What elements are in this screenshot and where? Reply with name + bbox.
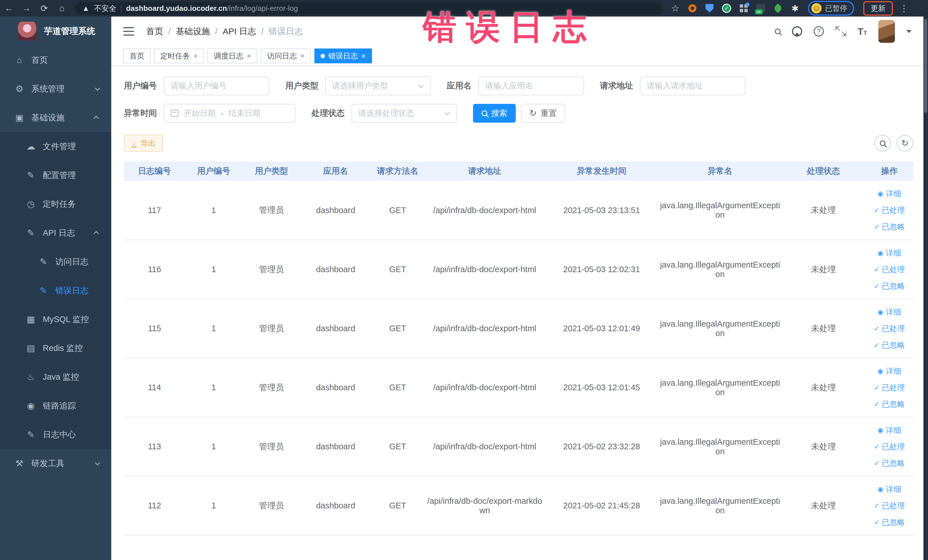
app-title: 芋道管理系统 [44,25,95,37]
sidebar-toggle-icon[interactable] [123,27,134,36]
sidebar-item-home[interactable]: ⌂ 首页 [0,46,111,75]
tab-scheduled-task[interactable]: 定时任务 × [154,49,204,63]
action-ignored-link[interactable]: ✓已忽略 [865,514,913,531]
action-detail-link[interactable]: ◉详细 [865,304,913,320]
app-name-input[interactable]: 请输入应用名 [478,76,584,95]
action-ignored-link[interactable]: ✓已忽略 [865,455,913,471]
search-button[interactable]: 搜索 [473,104,516,123]
breadcrumb-item[interactable]: 首页 [146,26,163,37]
date-range-input[interactable]: 开始日期 - 结束日期 [164,104,296,123]
action-ignored-link[interactable]: ✓已忽略 [865,337,913,354]
url-bar[interactable]: ▲ 不安全 dashboard.yudao.iocoder.cn/infra/l… [75,2,662,15]
browser-menu-icon[interactable]: ⋮ [900,3,908,14]
toggle-search-button[interactable] [875,135,891,151]
sidebar-item-java-monitor[interactable]: ♨ Java 监控 [0,363,111,391]
breadcrumb-item[interactable]: 基础设施 [176,26,210,37]
github-icon[interactable] [792,26,802,37]
action-label: 详细 [886,422,901,438]
font-size-icon[interactable]: TT [858,26,867,37]
action-detail-link[interactable]: ◉详细 [865,185,913,202]
back-icon[interactable]: ← [0,3,18,14]
sidebar-item-devtools[interactable]: ⚒ 研发工具 [0,449,111,478]
action-detail-link[interactable]: ◉详细 [865,363,913,379]
cell-method: GET [371,476,425,535]
browser-update-button[interactable]: 更新 [863,1,893,16]
sidebar-item-trace[interactable]: ◉ 链路追踪 [0,391,111,420]
tab-access-log[interactable]: 访问日志 × [261,49,311,63]
tab-schedule-log[interactable]: 调度日志 × [208,49,257,63]
reset-button[interactable]: ↻ 重置 [521,104,565,123]
table-toolbar: ↓ 导出 ↻ [124,135,913,152]
on-badge-extension-icon[interactable]: on [754,2,768,15]
action-detail-link[interactable]: ◉详细 [865,422,913,438]
sidebar-item-log-center[interactable]: ✎ 日志中心 [0,420,111,449]
action-ignored-link[interactable]: ✓已忽略 [865,396,913,412]
home-icon-browser[interactable]: ⌂ [53,3,71,14]
avatar[interactable] [878,20,895,43]
user-type-select[interactable]: 请选择用户类型 [325,76,431,95]
leaf-extension-icon[interactable] [771,2,785,15]
app-logo-row[interactable]: 芋道管理系统 [0,17,111,46]
sidebar-item-mysql-monitor[interactable]: ▦ MySQL 监控 [0,305,111,334]
action-detail-link[interactable]: ◉详细 [865,481,913,497]
cell-app-name: dashboard [301,417,371,476]
avatar-caret-icon[interactable] [906,30,911,33]
scrollbar[interactable] [923,17,928,560]
sidebar-item-error-log[interactable]: ✎ 错误日志 [0,276,111,305]
sidebar-item-access-log[interactable]: ✎ 访问日志 [0,247,111,276]
status-select[interactable]: 请选择处理状态 [351,104,457,123]
action-ignored-link[interactable]: ✓已忽略 [865,218,913,235]
col-log-id: 日志编号 [124,162,185,181]
search-icon[interactable] [775,29,780,34]
cell-url: /api/infra/db-doc/export-html [425,299,545,358]
top-navbar: 首页 / 基础设施 / API 日志 / 错误日志 ? ⇱⇲ TT [111,17,923,46]
action-processed-link[interactable]: ✓已处理 [865,438,913,455]
bookmark-star-icon[interactable]: ☆ [669,2,682,15]
user-id-input[interactable]: 请输入用户编号 [164,76,269,95]
placeholder-text: 请输入应用名 [485,81,533,91]
close-icon[interactable]: × [362,52,366,60]
close-icon[interactable]: × [247,52,251,60]
scrollbar-thumb[interactable] [924,19,927,113]
close-icon[interactable]: × [194,52,198,60]
url-domain: dashboard.yudao.iocoder.cn [126,4,227,12]
calendar-icon [171,110,179,117]
chevron-down-icon [95,460,100,465]
sidebar-item-file-manage[interactable]: ☁ 文件管理 [0,132,111,161]
white-star-extension-icon[interactable]: ✱ [789,2,801,15]
sidebar-item-system-manage[interactable]: ⚙ 系统管理 [0,75,111,103]
refresh-table-button[interactable]: ↻ [897,135,913,151]
fullscreen-icon[interactable]: ⇱⇲ [835,26,846,37]
orange-ring-extension-icon[interactable] [686,2,699,15]
action-detail-link[interactable]: ◉详细 [865,245,913,261]
tab-home[interactable]: 首页 [123,49,151,63]
help-icon[interactable]: ? [814,26,824,37]
forward-icon[interactable]: → [18,3,35,14]
action-processed-link[interactable]: ✓已处理 [865,261,913,278]
sidebar-item-scheduled-task[interactable]: ◷ 定时任务 [0,190,111,218]
close-icon[interactable]: × [300,52,304,60]
action-processed-link[interactable]: ✓已处理 [865,497,913,514]
sidebar-item-config-manage[interactable]: ✎ 配置管理 [0,161,111,190]
filter-exception-time: 异常时间 开始日期 - 结束日期 [124,104,296,123]
cell-method: GET [371,358,425,417]
url-text[interactable]: dashboard.yudao.iocoder.cn/infra/log/api… [126,4,298,13]
grid-extension-icon[interactable] [737,2,750,15]
cell-actions: ◉详细✓已处理✓已忽略 [865,299,913,358]
sidebar-item-redis-monitor[interactable]: ▤ Redis 监控 [0,334,111,363]
action-processed-link[interactable]: ✓已处理 [865,379,913,396]
request-url-input[interactable]: 请输入请求地址 [640,76,745,95]
breadcrumb-item[interactable]: API 日志 [223,26,256,37]
sidebar-item-label: Redis 监控 [43,343,111,354]
tab-error-log[interactable]: 错误日志 × [314,49,372,63]
action-processed-link[interactable]: ✓已处理 [865,202,913,218]
sidebar-item-infrastructure[interactable]: ▣ 基础设施 [0,103,111,132]
paused-extension-badge[interactable]: ☺ 已暂停 [808,1,854,16]
export-button[interactable]: ↓ 导出 [124,135,163,152]
action-ignored-link[interactable]: ✓已忽略 [865,278,913,294]
sidebar-item-api-log[interactable]: ✎ API 日志 [0,218,111,247]
blue-shield-extension-icon[interactable] [703,2,716,15]
action-processed-link[interactable]: ✓已处理 [865,320,913,337]
reload-icon[interactable]: ⟳ [35,3,53,14]
green-check-extension-icon[interactable]: ✓ [720,2,733,15]
